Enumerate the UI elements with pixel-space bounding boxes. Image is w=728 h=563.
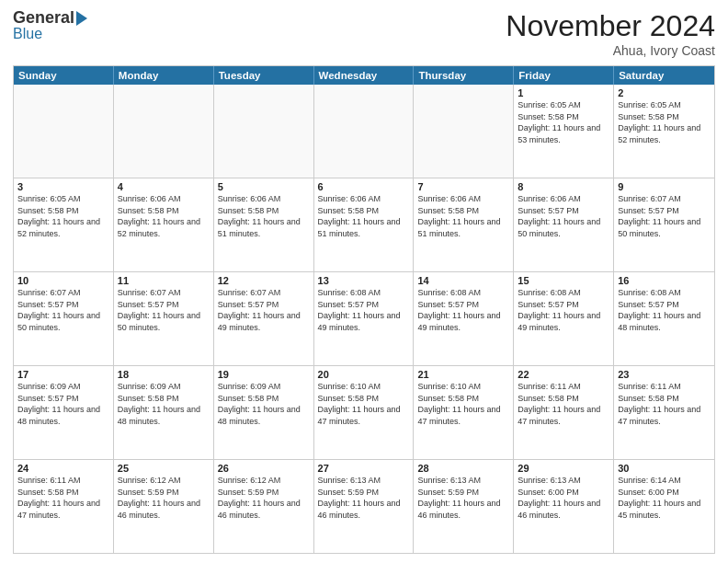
day-info: Sunrise: 6:06 AM Sunset: 5:58 PM Dayligh… bbox=[218, 193, 310, 239]
day-number: 2 bbox=[618, 87, 711, 98]
calendar-header-cell: Tuesday bbox=[214, 66, 314, 85]
calendar-cell: 28Sunrise: 6:13 AM Sunset: 5:59 PM Dayli… bbox=[414, 460, 514, 553]
day-info: Sunrise: 6:05 AM Sunset: 5:58 PM Dayligh… bbox=[618, 99, 711, 145]
calendar-cell: 11Sunrise: 6:07 AM Sunset: 5:57 PM Dayli… bbox=[114, 272, 214, 365]
calendar-cell: 25Sunrise: 6:12 AM Sunset: 5:59 PM Dayli… bbox=[114, 460, 214, 553]
calendar-header-cell: Thursday bbox=[414, 66, 514, 85]
calendar-cell bbox=[414, 85, 514, 178]
day-info: Sunrise: 6:07 AM Sunset: 5:57 PM Dayligh… bbox=[17, 287, 109, 333]
day-number: 16 bbox=[618, 275, 711, 286]
calendar-row: 1Sunrise: 6:05 AM Sunset: 5:58 PM Daylig… bbox=[14, 85, 714, 178]
calendar-cell: 2Sunrise: 6:05 AM Sunset: 5:58 PM Daylig… bbox=[614, 85, 714, 178]
day-info: Sunrise: 6:13 AM Sunset: 5:59 PM Dayligh… bbox=[417, 475, 509, 521]
calendar-cell: 9Sunrise: 6:07 AM Sunset: 5:57 PM Daylig… bbox=[614, 178, 714, 271]
calendar-cell: 8Sunrise: 6:06 AM Sunset: 5:57 PM Daylig… bbox=[514, 178, 614, 271]
day-number: 18 bbox=[118, 369, 210, 380]
day-info: Sunrise: 6:07 AM Sunset: 5:57 PM Dayligh… bbox=[618, 193, 711, 239]
logo-arrow-icon bbox=[76, 11, 87, 26]
day-info: Sunrise: 6:12 AM Sunset: 5:59 PM Dayligh… bbox=[118, 475, 210, 521]
calendar-row: 24Sunrise: 6:11 AM Sunset: 5:58 PM Dayli… bbox=[14, 460, 714, 553]
calendar-cell: 24Sunrise: 6:11 AM Sunset: 5:58 PM Dayli… bbox=[14, 460, 114, 553]
day-info: Sunrise: 6:05 AM Sunset: 5:58 PM Dayligh… bbox=[518, 99, 609, 145]
calendar-header-cell: Friday bbox=[514, 66, 614, 85]
day-info: Sunrise: 6:11 AM Sunset: 5:58 PM Dayligh… bbox=[518, 381, 609, 427]
header: General Blue November 2024 Ahua, Ivory C… bbox=[13, 9, 715, 58]
day-number: 7 bbox=[417, 181, 509, 192]
day-info: Sunrise: 6:06 AM Sunset: 5:58 PM Dayligh… bbox=[318, 193, 410, 239]
day-number: 6 bbox=[318, 181, 410, 192]
day-number: 22 bbox=[518, 369, 609, 380]
calendar-cell: 17Sunrise: 6:09 AM Sunset: 5:57 PM Dayli… bbox=[14, 366, 114, 459]
day-number: 1 bbox=[518, 87, 609, 98]
day-info: Sunrise: 6:13 AM Sunset: 6:00 PM Dayligh… bbox=[518, 475, 609, 521]
calendar-cell: 10Sunrise: 6:07 AM Sunset: 5:57 PM Dayli… bbox=[14, 272, 114, 365]
day-info: Sunrise: 6:12 AM Sunset: 5:59 PM Dayligh… bbox=[218, 475, 310, 521]
day-info: Sunrise: 6:08 AM Sunset: 5:57 PM Dayligh… bbox=[518, 287, 609, 333]
day-info: Sunrise: 6:07 AM Sunset: 5:57 PM Dayligh… bbox=[218, 287, 310, 333]
calendar-row: 3Sunrise: 6:05 AM Sunset: 5:58 PM Daylig… bbox=[14, 178, 714, 272]
day-number: 29 bbox=[518, 463, 609, 474]
logo-general-text: General bbox=[13, 9, 74, 26]
day-number: 15 bbox=[518, 275, 609, 286]
day-number: 5 bbox=[218, 181, 310, 192]
calendar-cell: 27Sunrise: 6:13 AM Sunset: 5:59 PM Dayli… bbox=[314, 460, 415, 553]
calendar-header: SundayMondayTuesdayWednesdayThursdayFrid… bbox=[14, 66, 714, 85]
day-number: 24 bbox=[17, 463, 109, 474]
day-number: 23 bbox=[618, 369, 711, 380]
calendar-cell: 14Sunrise: 6:08 AM Sunset: 5:57 PM Dayli… bbox=[414, 272, 514, 365]
day-number: 14 bbox=[417, 275, 509, 286]
calendar-cell: 16Sunrise: 6:08 AM Sunset: 5:57 PM Dayli… bbox=[614, 272, 714, 365]
day-number: 26 bbox=[218, 463, 310, 474]
calendar-header-cell: Saturday bbox=[614, 66, 714, 85]
title-block: November 2024 Ahua, Ivory Coast bbox=[506, 9, 715, 58]
day-info: Sunrise: 6:05 AM Sunset: 5:58 PM Dayligh… bbox=[17, 193, 109, 239]
day-info: Sunrise: 6:06 AM Sunset: 5:58 PM Dayligh… bbox=[118, 193, 210, 239]
calendar-cell: 20Sunrise: 6:10 AM Sunset: 5:58 PM Dayli… bbox=[314, 366, 415, 459]
month-title: November 2024 bbox=[506, 9, 715, 43]
day-info: Sunrise: 6:08 AM Sunset: 5:57 PM Dayligh… bbox=[318, 287, 410, 333]
location: Ahua, Ivory Coast bbox=[506, 43, 715, 58]
calendar-cell: 21Sunrise: 6:10 AM Sunset: 5:58 PM Dayli… bbox=[414, 366, 514, 459]
calendar-cell: 18Sunrise: 6:09 AM Sunset: 5:58 PM Dayli… bbox=[114, 366, 214, 459]
day-number: 9 bbox=[618, 181, 711, 192]
day-info: Sunrise: 6:11 AM Sunset: 5:58 PM Dayligh… bbox=[618, 381, 711, 427]
calendar-cell bbox=[114, 85, 214, 178]
day-info: Sunrise: 6:11 AM Sunset: 5:58 PM Dayligh… bbox=[17, 475, 109, 521]
calendar-cell: 3Sunrise: 6:05 AM Sunset: 5:58 PM Daylig… bbox=[14, 178, 114, 271]
calendar-header-cell: Wednesday bbox=[314, 66, 415, 85]
day-number: 12 bbox=[218, 275, 310, 286]
day-info: Sunrise: 6:06 AM Sunset: 5:57 PM Dayligh… bbox=[518, 193, 609, 239]
calendar-cell: 19Sunrise: 6:09 AM Sunset: 5:58 PM Dayli… bbox=[214, 366, 314, 459]
day-number: 30 bbox=[618, 463, 711, 474]
day-info: Sunrise: 6:09 AM Sunset: 5:57 PM Dayligh… bbox=[17, 381, 109, 427]
calendar-cell: 29Sunrise: 6:13 AM Sunset: 6:00 PM Dayli… bbox=[514, 460, 614, 553]
calendar-header-cell: Monday bbox=[114, 66, 214, 85]
calendar-row: 17Sunrise: 6:09 AM Sunset: 5:57 PM Dayli… bbox=[14, 366, 714, 460]
day-number: 17 bbox=[17, 369, 109, 380]
day-number: 13 bbox=[318, 275, 410, 286]
day-info: Sunrise: 6:10 AM Sunset: 5:58 PM Dayligh… bbox=[318, 381, 410, 427]
calendar-cell: 13Sunrise: 6:08 AM Sunset: 5:57 PM Dayli… bbox=[314, 272, 415, 365]
calendar-cell bbox=[14, 85, 114, 178]
day-info: Sunrise: 6:06 AM Sunset: 5:58 PM Dayligh… bbox=[417, 193, 509, 239]
day-info: Sunrise: 6:14 AM Sunset: 6:00 PM Dayligh… bbox=[618, 475, 711, 521]
day-number: 27 bbox=[318, 463, 410, 474]
calendar-cell bbox=[214, 85, 314, 178]
day-info: Sunrise: 6:09 AM Sunset: 5:58 PM Dayligh… bbox=[118, 381, 210, 427]
day-number: 11 bbox=[118, 275, 210, 286]
day-number: 8 bbox=[518, 181, 609, 192]
calendar-cell: 1Sunrise: 6:05 AM Sunset: 5:58 PM Daylig… bbox=[514, 85, 614, 178]
logo-blue-text: Blue bbox=[13, 26, 42, 42]
calendar-row: 10Sunrise: 6:07 AM Sunset: 5:57 PM Dayli… bbox=[14, 272, 714, 366]
calendar-cell: 5Sunrise: 6:06 AM Sunset: 5:58 PM Daylig… bbox=[214, 178, 314, 271]
day-number: 3 bbox=[17, 181, 109, 192]
calendar-cell: 6Sunrise: 6:06 AM Sunset: 5:58 PM Daylig… bbox=[314, 178, 415, 271]
day-info: Sunrise: 6:07 AM Sunset: 5:57 PM Dayligh… bbox=[118, 287, 210, 333]
day-info: Sunrise: 6:10 AM Sunset: 5:58 PM Dayligh… bbox=[417, 381, 509, 427]
day-number: 20 bbox=[318, 369, 410, 380]
calendar-cell: 4Sunrise: 6:06 AM Sunset: 5:58 PM Daylig… bbox=[114, 178, 214, 271]
day-number: 19 bbox=[218, 369, 310, 380]
logo: General Blue bbox=[13, 9, 87, 42]
calendar-cell: 30Sunrise: 6:14 AM Sunset: 6:00 PM Dayli… bbox=[614, 460, 714, 553]
calendar: SundayMondayTuesdayWednesdayThursdayFrid… bbox=[13, 65, 715, 554]
